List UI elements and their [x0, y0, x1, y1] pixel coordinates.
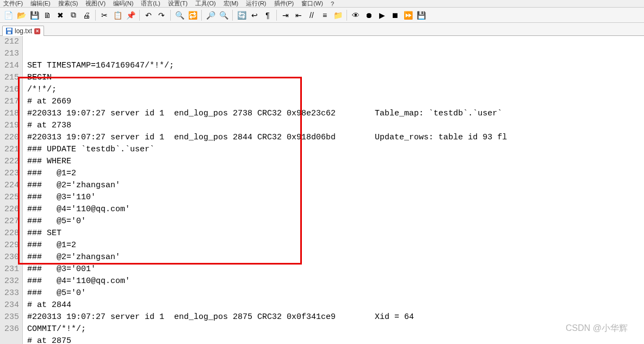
toolbar-separator [170, 10, 171, 21]
editor-area: 2122132142152162172182192202212222232242… [0, 36, 644, 344]
zoom-in-icon[interactable]: 🔎 [205, 9, 216, 21]
code-line: #220313 19:07:27 server id 1 end_log_pos… [27, 108, 644, 120]
code-line: COMMIT/*!*/; [27, 323, 644, 335]
code-line: /*!*/; [27, 84, 644, 96]
record-icon[interactable]: ⏺ [363, 9, 375, 21]
outdent-icon[interactable]: ⇤ [293, 9, 305, 21]
menu-item[interactable]: 运行(R) [246, 0, 266, 8]
code-line: # at 2669 [27, 96, 644, 108]
menu-item[interactable]: 编辑(E) [30, 0, 51, 8]
menu-item[interactable]: ? [331, 1, 334, 7]
line-number: 221 [3, 144, 19, 156]
toolbar-separator [139, 10, 140, 21]
line-number: 213 [3, 48, 19, 60]
wordwrap-icon[interactable]: ↩ [249, 9, 261, 21]
line-number: 235 [3, 311, 19, 323]
code-line: ### UPDATE `testdb`.`user` [27, 144, 644, 156]
svg-rect-1 [7, 28, 11, 30]
toolbar-separator [346, 10, 347, 21]
menu-item[interactable]: 设置(T) [168, 0, 188, 8]
print-icon[interactable]: 🖨 [81, 9, 92, 21]
code-line: ### @1=2 [27, 168, 644, 180]
save-icon[interactable]: 💾 [28, 9, 40, 21]
menu-item[interactable]: 编码(N) [113, 0, 133, 8]
sync-icon[interactable]: 🔄 [236, 9, 247, 21]
code-line: ### @5='0' [27, 287, 644, 299]
line-gutter: 2122132142152162172182192202212222232242… [0, 36, 23, 344]
line-number: 226 [3, 204, 19, 216]
line-number: 234 [3, 299, 19, 311]
line-number: 224 [3, 180, 19, 192]
menu-item[interactable]: 窗口(W) [301, 0, 323, 8]
replace-icon[interactable]: 🔁 [187, 9, 199, 21]
code-line: SET TIMESTAMP=1647169647/*!*/; [27, 60, 644, 72]
code-line: ### @4='110@qq.com' [27, 204, 644, 216]
toolbar-separator [276, 10, 277, 21]
code-line: ### @2='zhangsan' [27, 180, 644, 192]
line-number: 231 [3, 263, 19, 275]
code-view[interactable]: SET TIMESTAMP=1647169647/*!*/;BEGIN/*!*/… [23, 36, 644, 344]
line-number: 217 [3, 96, 19, 108]
code-line: ### SET [27, 228, 644, 239]
line-number: 232 [3, 275, 19, 287]
tab-title: log.txt [15, 27, 32, 35]
code-line: #220313 19:07:27 server id 1 end_log_pos… [27, 132, 644, 144]
find-icon[interactable]: 🔍 [174, 9, 185, 21]
redo-icon[interactable]: ↷ [156, 9, 168, 21]
save-all-icon[interactable]: 🗎 [41, 9, 53, 21]
toolbar-separator [201, 10, 202, 21]
menu-item[interactable]: 插件(P) [274, 0, 294, 8]
play-icon[interactable]: ▶ [376, 9, 388, 21]
line-number: 220 [3, 132, 19, 144]
menu-item[interactable]: 搜索(S) [58, 0, 78, 8]
copy-icon[interactable]: 📋 [112, 9, 123, 21]
line-number: 227 [3, 216, 19, 228]
menu-item[interactable]: 语言(L) [141, 0, 160, 8]
toolbar: 📄📂💾🗎✖⧉🖨✂📋📌↶↷🔍🔁🔎🔍🔄↩¶⇥⇤//≡📁👁⏺▶⏹⏩💾 [0, 8, 644, 23]
menu-item[interactable]: 文件(F) [3, 0, 23, 8]
tab-bar: log.txt × [0, 23, 644, 36]
code-line: ### @1=2 [27, 239, 644, 251]
monitor-icon[interactable]: 👁 [350, 9, 362, 21]
comment-icon[interactable]: // [306, 9, 318, 21]
open-file-icon[interactable]: 📂 [15, 9, 27, 21]
close-icon[interactable]: ✖ [54, 9, 66, 21]
code-line: ### @2='zhangsan' [27, 251, 644, 263]
close-all-icon[interactable]: ⧉ [67, 9, 79, 21]
show-all-chars-icon[interactable]: ¶ [262, 9, 274, 21]
line-number: 219 [3, 120, 19, 132]
line-number: 222 [3, 156, 19, 168]
menu-item[interactable]: 视图(V) [85, 0, 106, 8]
line-number: 214 [3, 60, 19, 72]
code-line: ### @3='110' [27, 192, 644, 204]
line-number: 230 [3, 251, 19, 263]
tab-close-icon[interactable]: × [34, 28, 40, 34]
cut-icon[interactable]: ✂ [98, 9, 110, 21]
zoom-out-icon[interactable]: 🔍 [218, 9, 230, 21]
line-number: 215 [3, 72, 19, 84]
line-number: 236 [3, 323, 19, 335]
stop-icon[interactable]: ⏹ [389, 9, 401, 21]
fast-forward-icon[interactable]: ⏩ [402, 9, 414, 21]
code-line: ### @4='110@qq.com' [27, 275, 644, 287]
function-list-icon[interactable]: ≡ [319, 9, 331, 21]
code-line: ### @5='0' [27, 216, 644, 228]
line-number: 218 [3, 108, 19, 120]
folder-icon[interactable]: 📁 [332, 9, 344, 21]
line-number: 216 [3, 84, 19, 96]
code-line: # at 2844 [27, 299, 644, 311]
menu-item[interactable]: 宏(M) [224, 0, 239, 8]
svg-rect-2 [8, 32, 11, 34]
save-macro-icon[interactable]: 💾 [415, 9, 427, 21]
line-number: 223 [3, 168, 19, 180]
paste-icon[interactable]: 📌 [125, 9, 137, 21]
undo-icon[interactable]: ↶ [143, 9, 154, 21]
line-number: 229 [3, 239, 19, 251]
line-number: 228 [3, 228, 19, 239]
indent-icon[interactable]: ⇥ [280, 9, 292, 21]
file-tab[interactable]: log.txt × [2, 26, 44, 36]
new-file-icon[interactable]: 📄 [2, 9, 14, 21]
code-line: ### WHERE [27, 156, 644, 168]
code-line: # at 2875 [27, 335, 644, 344]
menu-item[interactable]: 工具(O) [195, 0, 216, 8]
